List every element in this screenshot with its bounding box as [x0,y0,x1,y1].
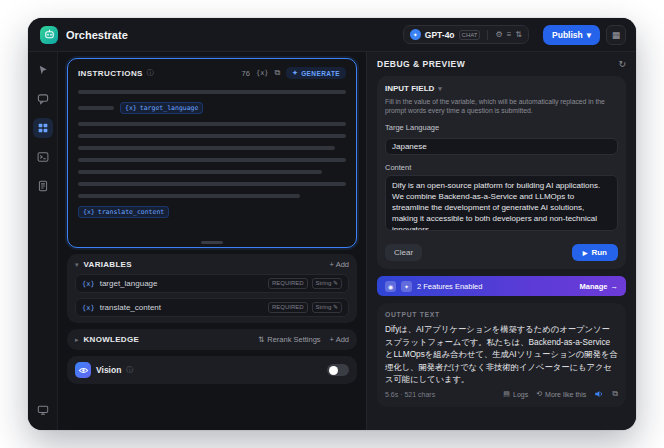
reorder-icon[interactable]: ⇅ [515,30,522,39]
generate-label: GENERATE [301,70,340,77]
text-skeleton [78,194,300,198]
variable-row-translate-content[interactable]: {x} translate_content REQUIRED String ✎ [75,298,349,317]
resize-handle[interactable] [201,241,223,244]
variables-section: ▾ VARIABLES + Add {x} target_language RE… [67,254,357,323]
vision-section: Vision ⓘ [67,356,357,384]
text-to-speech-button[interactable] [594,389,604,399]
variable-chip-translate-content[interactable]: {x} translate_content [78,206,169,218]
pill-divider [487,30,488,40]
main-area: INSTRUCTIONS ⓘ 76 {x} ⧉ ✦ GENERATE [28,52,636,430]
debug-actions: Clear ▶ Run [385,244,618,261]
workspace-monitor-icon[interactable] [33,400,53,420]
sparkle-icon: ✦ [292,69,298,77]
text-skeleton [78,106,114,110]
target-language-label: Targe Language [385,123,618,132]
restart-icon[interactable]: ↻ [618,59,626,69]
feature-sparkle-icon: ✦ [401,281,412,292]
more-like-this-button[interactable]: ⟲ More like this [536,390,586,398]
edit-icon: ✎ [333,280,338,286]
insert-variable-icon[interactable]: {x} [256,69,269,77]
instructions-header: INSTRUCTIONS ⓘ 76 {x} ⧉ ✦ GENERATE [78,67,346,79]
text-skeleton [78,182,346,186]
text-skeleton-row: {x} translate_content [78,206,346,218]
output-title: OUTPUT TEXT [385,311,618,318]
chevron-down-icon: ▾ [587,30,591,40]
chevron-down-icon: ▾ [438,85,442,93]
variables-header[interactable]: ▾ VARIABLES + Add [75,260,349,269]
input-field-card: INPUT FIELD ▾ Fill in the value of the v… [377,76,626,269]
variable-row-target-language[interactable]: {x} target_language REQUIRED String ✎ [75,274,349,293]
output-meta-row: 5.6s · 521 chars ▤ Logs ⟲ More like this [385,389,618,399]
app-logo-icon[interactable] [40,26,58,44]
copy-output-button[interactable]: ⧉ [612,389,618,399]
type-badge[interactable]: String ✎ [312,302,342,313]
debug-header: DEBUG & PREVIEW ↻ [377,59,626,69]
extensions-button[interactable]: ▦ [606,25,626,45]
type-badge[interactable]: String ✎ [312,278,342,289]
page-title: Orchestrate [66,29,128,41]
chat-icon[interactable] [33,89,53,109]
chevron-down-icon: ▾ [75,261,79,269]
knowledge-header[interactable]: ▸ KNOWLEDGE ⇅ Rerank Settings + Add [75,335,349,344]
vision-toggle[interactable] [327,364,349,376]
model-selector[interactable]: ✦ GPT-4o CHAT ⚙ ≡ ⇅ [403,25,529,44]
features-bar[interactable]: ◉ ✦ 2 Features Enabled Manage → [377,276,626,296]
rerank-settings-button[interactable]: ⇅ Rerank Settings [258,335,321,344]
input-field-description: Fill in the value of the variable, which… [385,97,618,115]
text-skeleton [78,90,346,94]
text-skeleton [78,122,346,126]
speaker-icon [594,389,604,399]
model-mode-badge: CHAT [459,30,481,40]
top-bar: Orchestrate ✦ GPT-4o CHAT ⚙ ≡ ⇅ Publish … [28,18,636,52]
run-button[interactable]: ▶ Run [572,244,618,261]
instructions-editor[interactable]: INSTRUCTIONS ⓘ 76 {x} ⧉ ✦ GENERATE [67,58,357,248]
model-name: GPT-4o [425,30,455,40]
variable-name: target_language [100,279,158,288]
terminal-icon[interactable] [33,147,53,167]
add-knowledge-button[interactable]: + Add [330,335,349,344]
output-stats: 5.6s · 521 chars [385,391,435,398]
variable-icon: {x} [82,280,95,288]
features-enabled-label: 2 Features Enabled [417,282,482,291]
input-field-header[interactable]: INPUT FIELD ▾ [385,84,618,93]
logs-doc-icon[interactable] [33,176,53,196]
edit-icon: ✎ [333,304,338,310]
target-language-input[interactable] [385,138,618,155]
clear-button[interactable]: Clear [385,244,422,261]
copy-icon: ⧉ [612,389,618,399]
content-textarea[interactable]: Dify is an open-source platform for buil… [385,175,618,231]
info-icon: ⓘ [147,68,154,78]
add-variable-button[interactable]: + Add [330,260,349,269]
variable-chip-target-language[interactable]: {x} target_language [120,102,203,114]
prompt-text-skeleton: {x} target_language {x} translate [78,90,346,218]
grid-icon: ▦ [612,30,621,40]
generate-button[interactable]: ✦ GENERATE [286,67,346,79]
vision-eye-icon [75,362,91,378]
manage-features-button[interactable]: Manage → [580,282,618,291]
chevron-right-icon: ▸ [75,336,79,344]
model-provider-icon: ✦ [410,29,421,40]
copy-icon[interactable]: ⧉ [275,68,281,78]
variable-icon: {x} [125,104,137,112]
model-params-icon[interactable]: ⚙ [495,30,502,39]
debug-title: DEBUG & PREVIEW [377,59,465,69]
orchestrate-pane: INSTRUCTIONS ⓘ 76 {x} ⧉ ✦ GENERATE [58,52,366,430]
content-label: Content [385,163,618,172]
variable-icon: {x} [83,208,95,216]
info-icon: ⓘ [126,365,133,375]
rerank-icon: ⇅ [258,335,264,344]
output-actions: ▤ Logs ⟲ More like this [503,389,618,399]
required-badge: REQUIRED [268,302,308,313]
publish-button[interactable]: Publish ▾ [543,25,600,45]
back-pointer-icon[interactable] [33,60,53,80]
logs-button[interactable]: ▤ Logs [503,390,528,398]
orchestrate-icon[interactable] [33,118,53,138]
context-menu-icon[interactable]: ≡ [507,30,512,39]
text-skeleton [78,134,346,138]
regenerate-icon: ⟲ [536,390,542,398]
vision-row: Vision ⓘ [75,362,349,378]
output-text: Difyは、AIアプリケーションを構築するためのオープンソースプラットフォームで… [385,323,618,386]
variable-chip-label: target_language [140,104,199,112]
text-skeleton [78,146,335,150]
output-panel: OUTPUT TEXT Difyは、AIアプリケーションを構築するためのオープン… [377,303,626,407]
